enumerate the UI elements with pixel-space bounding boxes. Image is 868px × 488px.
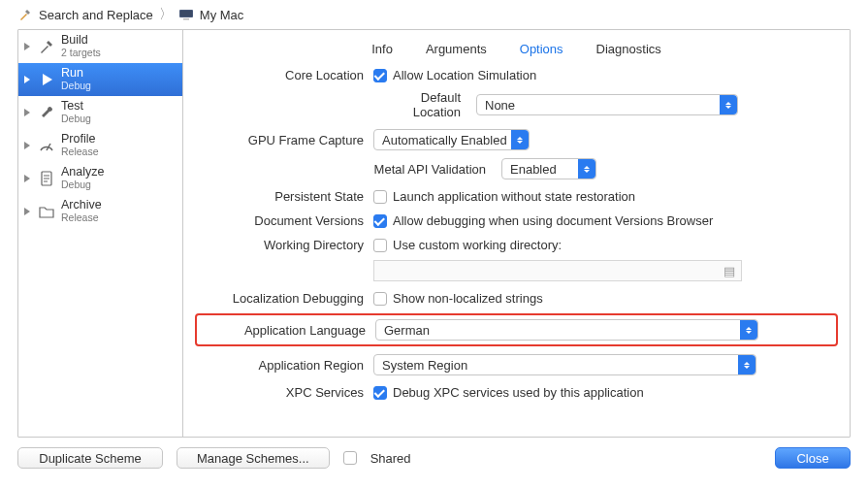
tab-info[interactable]: Info bbox=[371, 42, 393, 56]
play-icon bbox=[36, 69, 57, 90]
bottom-bar: Duplicate Scheme Manage Schemes... Share… bbox=[0, 438, 868, 478]
chevron-right-icon bbox=[22, 207, 32, 216]
workdir-label: Working Directory bbox=[201, 238, 373, 252]
locdbg-checkbox[interactable] bbox=[373, 292, 387, 306]
sidebar-item-test[interactable]: TestDebug bbox=[18, 96, 182, 129]
svg-rect-1 bbox=[180, 11, 192, 16]
docver-label: Document Versions bbox=[201, 213, 373, 228]
xpc-checkbox[interactable] bbox=[373, 386, 387, 400]
options-form: Core Location Allow Location Simulation … bbox=[183, 66, 850, 413]
default-location-select[interactable]: None bbox=[476, 94, 738, 115]
appreg-label: Application Region bbox=[201, 358, 373, 373]
allow-location-text: Allow Location Simulation bbox=[393, 68, 536, 82]
scheme-panel: Build2 targets RunDebug TestDebug Profil… bbox=[17, 29, 851, 438]
updown-icon bbox=[738, 355, 755, 374]
sidebar-item-profile[interactable]: ProfileRelease bbox=[18, 129, 182, 162]
highlight-box: Application Language German bbox=[195, 313, 838, 346]
tab-diagnostics[interactable]: Diagnostics bbox=[596, 42, 661, 56]
sidebar-item-analyze[interactable]: AnalyzeDebug bbox=[18, 162, 182, 195]
persistent-text: Launch application without state restora… bbox=[393, 189, 635, 204]
core-location-label: Core Location bbox=[201, 68, 373, 82]
workdir-text: Use custom working directory: bbox=[393, 238, 562, 252]
shared-label: Shared bbox=[370, 451, 411, 466]
hammer-icon bbox=[36, 36, 57, 57]
updown-icon bbox=[720, 95, 737, 114]
chevron-right-icon bbox=[22, 174, 32, 183]
svg-rect-2 bbox=[183, 18, 189, 20]
tabs: Info Arguments Options Diagnostics bbox=[183, 30, 850, 66]
main: Info Arguments Options Diagnostics Core … bbox=[183, 30, 850, 437]
sidebar-item-archive[interactable]: ArchiveRelease bbox=[18, 195, 182, 228]
applang-label: Application Language bbox=[203, 323, 375, 338]
persistent-checkbox[interactable] bbox=[373, 190, 387, 204]
default-location-label: Default Location bbox=[373, 90, 470, 119]
sidebar-item-run[interactable]: RunDebug bbox=[18, 63, 182, 96]
gpu-capture-select[interactable]: Automatically Enabled bbox=[373, 129, 530, 150]
xpc-text: Debug XPC services used by this applicat… bbox=[393, 385, 644, 400]
xpc-label: XPC Services bbox=[201, 385, 373, 400]
chevron-right-icon bbox=[22, 141, 32, 150]
chevron-right-icon: 〉 bbox=[159, 6, 173, 23]
locdbg-text: Show non-localized strings bbox=[393, 291, 543, 306]
gpu-label: GPU Frame Capture bbox=[201, 133, 373, 147]
application-region-select[interactable]: System Region bbox=[373, 354, 756, 375]
updown-icon bbox=[740, 320, 757, 340]
monitor-icon bbox=[178, 7, 194, 22]
gauge-icon bbox=[36, 135, 57, 156]
doc-icon bbox=[36, 168, 57, 189]
updown-icon bbox=[578, 159, 595, 179]
application-language-select[interactable]: German bbox=[375, 319, 758, 341]
workdir-checkbox[interactable] bbox=[373, 239, 387, 252]
breadcrumb-project[interactable]: Search and Replace bbox=[39, 8, 153, 22]
sidebar: Build2 targets RunDebug TestDebug Profil… bbox=[18, 30, 183, 437]
docver-text: Allow debugging when using document Vers… bbox=[393, 213, 713, 228]
folder-icon: ▤ bbox=[723, 264, 735, 278]
docver-checkbox[interactable] bbox=[373, 214, 387, 228]
folder-icon bbox=[36, 201, 57, 222]
persistent-label: Persistent State bbox=[201, 189, 373, 204]
manage-schemes-button[interactable]: Manage Schemes... bbox=[177, 447, 330, 469]
close-button[interactable]: Close bbox=[775, 447, 851, 469]
breadcrumb-destination[interactable]: My Mac bbox=[200, 8, 244, 22]
metal-validation-select[interactable]: Enabled bbox=[501, 158, 596, 179]
wrench-icon bbox=[36, 102, 57, 123]
sidebar-item-build[interactable]: Build2 targets bbox=[18, 30, 182, 63]
chevron-right-icon bbox=[22, 42, 32, 51]
tab-options[interactable]: Options bbox=[520, 42, 563, 56]
updown-icon bbox=[511, 130, 529, 149]
workdir-input[interactable]: ▤ bbox=[373, 260, 742, 281]
metal-label: Metal API Validation bbox=[373, 162, 496, 177]
hammer-icon bbox=[17, 7, 33, 22]
duplicate-scheme-button[interactable]: Duplicate Scheme bbox=[17, 447, 163, 469]
chevron-right-icon bbox=[22, 75, 32, 84]
tab-arguments[interactable]: Arguments bbox=[426, 42, 487, 56]
breadcrumb: Search and Replace 〉 My Mac bbox=[0, 0, 868, 29]
allow-location-checkbox[interactable] bbox=[373, 69, 387, 82]
chevron-right-icon bbox=[22, 108, 32, 117]
shared-checkbox[interactable] bbox=[343, 451, 357, 465]
locdbg-label: Localization Debugging bbox=[201, 291, 373, 306]
